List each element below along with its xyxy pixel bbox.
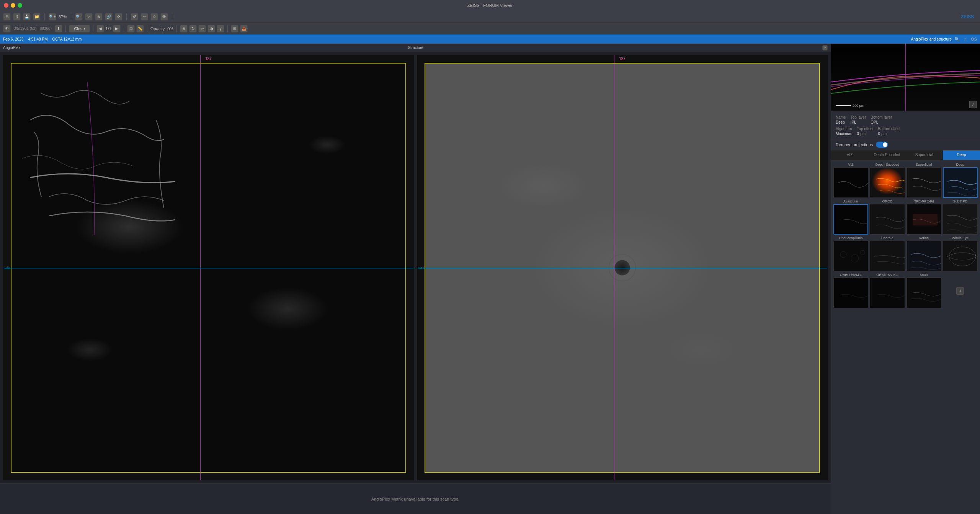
thumb-cell-depth-encoded[interactable]: Depth Encoded: [870, 163, 905, 198]
thumb-sub-rpe-svg: [943, 204, 977, 234]
toggle-button[interactable]: ⊗: [95, 13, 103, 21]
download-button[interactable]: ⬇: [55, 25, 62, 33]
thumb-img-whole-eye[interactable]: [943, 241, 978, 271]
eye-button[interactable]: 👁: [160, 13, 168, 21]
layout-button[interactable]: ⊞: [231, 25, 238, 33]
thumb-img-deep[interactable]: [943, 167, 978, 198]
opacity-value: 0%: [167, 26, 173, 31]
nav-current: 1/1: [106, 26, 111, 31]
thumb-cell-choroid[interactable]: Choroid: [870, 236, 905, 271]
export-button[interactable]: 📤: [240, 25, 248, 33]
remove-projections-toggle[interactable]: [876, 142, 888, 148]
tab-deep[interactable]: Deep: [943, 150, 980, 160]
save-button[interactable]: 💾: [23, 13, 31, 21]
thumb-img-scan[interactable]: [906, 277, 941, 308]
thumb-cell-scan[interactable]: Scan: [906, 273, 941, 308]
thumb-cell-retina[interactable]: Retina: [906, 236, 941, 271]
grid-button[interactable]: ⊞: [3, 13, 11, 21]
layer-info-row1: Name Deep Top layer IPL Bottom layer OPL: [836, 115, 975, 124]
thumb-cell-rpe-fit[interactable]: RPE-RPE-Fit: [906, 199, 941, 235]
thumb-img-choroid[interactable]: [870, 241, 905, 271]
thumb-cell-orbit-nvm2[interactable]: ORBIT NVM 2: [870, 273, 905, 308]
nav-prev[interactable]: ◀: [96, 25, 104, 33]
info-icon[interactable]: OS: [971, 36, 977, 42]
gamma-button[interactable]: γ: [217, 25, 224, 33]
name-label: Name: [836, 115, 846, 119]
thumb-img-rpe-fit[interactable]: [906, 204, 941, 235]
thumb-label-sub-rpe: Sub RPE: [953, 199, 967, 203]
tab-superficial[interactable]: Superficial: [906, 150, 943, 160]
minimize-window-button[interactable]: [11, 3, 15, 8]
thumb-img-depth-encoded[interactable]: [870, 167, 905, 198]
thumb-img-sub-rpe[interactable]: [943, 204, 978, 235]
thumb-row-1: VIZ Depth Encoded: [833, 163, 978, 198]
thumb-cell-deep[interactable]: Deep: [943, 163, 978, 198]
close-button[interactable]: Close: [69, 25, 90, 33]
structure-panel[interactable]: 187 231: [417, 55, 828, 480]
search-icon[interactable]: 🔍: [954, 36, 960, 42]
thumb-img-superficial[interactable]: [906, 167, 941, 198]
close-panel-button[interactable]: ✕: [822, 45, 828, 51]
invert-button[interactable]: ◑: [207, 25, 215, 33]
thumb-cell-viz[interactable]: VIZ: [833, 163, 868, 198]
thumb-img-avascular[interactable]: [833, 204, 868, 235]
thumb-choroid-svg: [870, 241, 904, 271]
second-toolbar: 👁 3/5/1961 (63) | 88260 ⬇ Close ◀ 1/1 ▶ …: [0, 23, 980, 34]
thumb-img-retina[interactable]: [906, 241, 941, 271]
angio-panel-number: 187: [205, 57, 212, 61]
annotate-button[interactable]: ✏: [140, 13, 148, 21]
oct-expand-button[interactable]: ⤢: [969, 101, 977, 108]
close-window-button[interactable]: [4, 3, 8, 8]
print-button[interactable]: 🖨: [13, 13, 21, 21]
thumb-orbit1-svg: [834, 278, 868, 308]
crop-button[interactable]: ⊡: [127, 25, 135, 33]
thumb-img-orbit-nvm2[interactable]: [870, 277, 905, 308]
angio-panel[interactable]: 187 232: [3, 55, 414, 480]
zoom-in-button[interactable]: 🔍+: [49, 13, 56, 21]
thumb-orbit2-svg: [870, 278, 904, 308]
maximize-window-button[interactable]: [18, 3, 22, 8]
thumb-label-deep: Deep: [956, 163, 965, 166]
flip-button[interactable]: ⇔: [198, 25, 206, 33]
fit-button[interactable]: ⤢: [85, 13, 93, 21]
nav-next[interactable]: ▶: [113, 25, 121, 33]
star-button[interactable]: ☆: [150, 13, 158, 21]
sync-button[interactable]: ⟳: [115, 13, 122, 21]
second-toolbar-sep3: [124, 25, 124, 32]
toolbar-separator-1: [44, 13, 45, 20]
rotate-button[interactable]: ↻: [189, 25, 197, 33]
measure-button[interactable]: 📏: [136, 25, 144, 33]
thumb-row-3: Choriocapillaris Choroid: [833, 236, 978, 271]
thumb-img-orcc[interactable]: [870, 204, 905, 235]
thumb-label-whole-eye: Whole Eye: [952, 236, 969, 240]
add-thumbnail-button[interactable]: +: [956, 287, 964, 295]
toggle-overlay[interactable]: ⊕: [180, 25, 188, 33]
thumb-img-viz[interactable]: [833, 167, 868, 198]
thumb-cell-orcc[interactable]: ORCC: [870, 199, 905, 235]
thumb-cell-orbit-nvm1[interactable]: ORBIT NVM 1: [833, 273, 868, 308]
thumb-cell-choriocapillaris[interactable]: Choriocapillaris: [833, 236, 868, 271]
angioplex-tabs: VIZ Depth Encoded Superficial Deep: [831, 150, 980, 160]
bottom-offset-unit: μm: [881, 132, 887, 136]
thumb-img-orbit-nvm1[interactable]: [833, 277, 868, 308]
tab-viz[interactable]: VIZ: [831, 150, 868, 160]
algorithm-value: Maximum: [836, 132, 852, 136]
main-layout: AngioPlex Structure ✕: [0, 44, 980, 514]
second-toolbar-sep4: [147, 25, 147, 32]
thumb-cell-sub-rpe[interactable]: Sub RPE: [943, 199, 978, 235]
svg-rect-25: [834, 278, 868, 308]
zoom-out-button[interactable]: 🔍-: [75, 13, 83, 21]
thumb-img-choriocapillaris[interactable]: [833, 241, 868, 271]
app-title: ZEISS - FORUM Viewer: [467, 3, 513, 8]
folder-button[interactable]: 📁: [33, 13, 41, 21]
thumb-label-scan: Scan: [920, 273, 928, 277]
tab-depth-encoded[interactable]: Depth Encoded: [868, 150, 905, 160]
thumb-cell-whole-eye[interactable]: Whole Eye: [943, 236, 978, 271]
eye-selector[interactable]: 👁: [3, 25, 11, 33]
refresh-button[interactable]: ↺: [131, 13, 138, 21]
thumb-cell-superficial[interactable]: Superficial: [906, 163, 941, 198]
star-icon[interactable]: ☆: [962, 36, 969, 42]
thumb-cell-avascular[interactable]: Avascular: [833, 199, 868, 235]
link-button[interactable]: 🔗: [105, 13, 113, 21]
bottom-offset-label: Bottom offset: [878, 127, 901, 131]
